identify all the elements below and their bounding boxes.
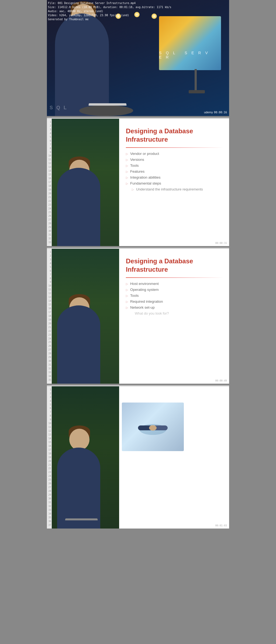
laptop	[88, 103, 127, 106]
slide1-item-2-text: Versions	[130, 158, 144, 162]
slide2-item-5-text: Network set-up	[130, 305, 155, 309]
slide2-title: Designing a Database Infrastructure	[126, 257, 224, 274]
slide2-item-1-text: Host environment	[130, 282, 159, 286]
slide2-item-5: ▷ Network set-up	[126, 305, 224, 309]
slide2-item-1: ▷ Host environment	[126, 282, 224, 286]
slide1-line-numbers: 1234567891011121314151617181920212223242…	[47, 119, 52, 246]
bullet-icon: ▷	[126, 282, 128, 286]
sql-server-screen: S Q L S E R V E R	[159, 16, 221, 70]
sql-server-text: S Q L S E R V E R	[159, 51, 210, 59]
slide2-divider	[126, 277, 224, 278]
slide2-sub-item-1: What do you look for?	[126, 311, 224, 315]
svg-point-3	[149, 425, 157, 431]
slide3-content: Introduction 00:01:03	[52, 386, 229, 529]
slide1-sub-item-1-text: Understand the infrastructure requiremen…	[136, 187, 203, 191]
video-frame: File: 001 Designing Database Server Infr…	[47, 0, 229, 116]
sql-watermark: S Q L	[50, 105, 68, 111]
slide1-item-5: ▷ Integration abilities	[126, 175, 224, 179]
sub-bullet-icon: ▷	[132, 188, 134, 191]
meta-video: Video: h264, yuv420p, 1280x720, 23.98 fp…	[48, 13, 171, 17]
slide2-item-3: ▷ Tools	[126, 294, 224, 298]
slide3-presenter-body	[57, 448, 100, 529]
slide2-item-4: ▷ Required integration	[126, 299, 224, 304]
bullet-icon: ▷	[126, 294, 128, 298]
slide2-item-2-text: Operating system	[130, 288, 159, 292]
slide1-item-4: ▷ Features	[126, 169, 224, 173]
slide1-item-5-text: Integration abilities	[130, 175, 161, 179]
slide1-item-1: ▷ Vendor or product	[126, 152, 224, 156]
udemy-logo: udemy	[204, 111, 213, 114]
bullet-icon: ▷	[126, 158, 128, 162]
slide1-item-2: ▷ Versions	[126, 158, 224, 162]
slide3-presenter-head	[69, 429, 89, 450]
slide1-wrapper: 1234567891011121314151617181920212223242…	[47, 118, 229, 246]
slide3-text-panel: Introduction 00:01:03	[119, 386, 229, 529]
meta-audio: Audio: aac, 48000 Hz, stereo (und)	[48, 9, 171, 13]
video-meta: File: 001 Designing Database Server Infr…	[48, 1, 171, 21]
page-container: File: 001 Designing Database Server Infr…	[47, 0, 229, 529]
bullet-icon: ▷	[126, 306, 128, 309]
bullet-icon: ▷	[126, 164, 128, 168]
presenter-body	[55, 13, 109, 116]
bullet-icon: ▷	[126, 170, 128, 173]
slide1-thumbnail	[52, 119, 119, 246]
slide2-line-numbers: 1234567891011121314151617181920212223242…	[47, 249, 52, 384]
slide2-sub-item-1-text: What do you look for?	[135, 311, 169, 315]
slide1-content: Designing a Database Infrastructure ▷ Ve…	[52, 119, 229, 246]
slide1-sub-item-1: ▷ Understand the infrastructure requirem…	[126, 187, 224, 191]
slide2-timestamp: 00:00:49	[215, 379, 227, 382]
slide1-item-6: ▷ Fundamental steps	[126, 181, 224, 185]
bullet-icon: ▷	[126, 176, 128, 179]
slide1-item-3-text: Tools	[130, 163, 139, 168]
meta-file: File: 001 Designing Database Server Infr…	[48, 1, 171, 5]
sub-bullet-icon	[132, 312, 133, 315]
slide1-title: Designing a Database Infrastructure	[126, 127, 224, 144]
slide3-timestamp: 00:01:03	[215, 524, 227, 527]
slide1-text-panel: Designing a Database Infrastructure ▷ Ve…	[119, 119, 229, 246]
bullet-icon: ▷	[126, 288, 128, 292]
tv-stand	[195, 69, 197, 91]
slide2-item-4-text: Required integration	[130, 299, 163, 304]
slide3-wrapper: 1234567891011121314151617181920212223242…	[47, 385, 229, 529]
bullet-icon: ▷	[126, 300, 128, 304]
meta-size: Size: 114512.0 bytes (10.89 MiB), durati…	[48, 5, 171, 9]
tv-base	[189, 90, 205, 93]
slide3-thumbnail	[52, 386, 119, 529]
slide3-line-numbers: 1234567891011121314151617181920212223242…	[47, 386, 52, 529]
slide1-item-4-text: Features	[130, 169, 144, 173]
slide2-wrapper: 1234567891011121314151617181920212223242…	[47, 248, 229, 384]
slide2-text-panel: Designing a Database Infrastructure ▷ Ho…	[119, 249, 229, 384]
video-stage: File: 001 Designing Database Server Infr…	[47, 0, 229, 116]
bullet-icon: ▷	[126, 182, 128, 185]
slide1-item-1-text: Vendor or product	[130, 152, 159, 156]
meta-generated: Generated by Thumbnail me	[48, 17, 171, 21]
slide1-divider	[126, 147, 224, 148]
slide2-presenter-body	[57, 305, 100, 384]
slide1-presenter-body	[57, 168, 100, 246]
slide3-laptop	[65, 519, 98, 520]
table	[79, 105, 133, 116]
slide2-item-2: ▷ Operating system	[126, 288, 224, 292]
slide1-item-3: ▷ Tools	[126, 163, 224, 168]
slide1-timestamp: 00:00:31	[215, 242, 227, 244]
slide2-content: Designing a Database Infrastructure ▷ Ho…	[52, 249, 229, 384]
bullet-icon: ▷	[126, 152, 128, 156]
slide2-thumbnail	[52, 249, 119, 384]
video-timestamp: 00:00:16	[214, 111, 227, 114]
slide1-item-6-text: Fundamental steps	[130, 181, 161, 185]
slide2-item-3-text: Tools	[130, 294, 139, 298]
handshake-image	[122, 403, 184, 451]
handshake-svg	[137, 416, 169, 438]
